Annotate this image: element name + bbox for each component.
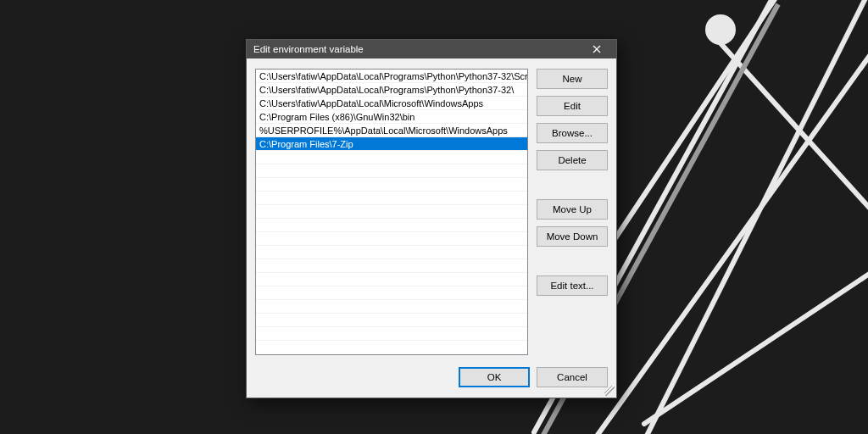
ok-button[interactable]: OK xyxy=(459,367,530,387)
list-item xyxy=(256,246,527,259)
edit-env-var-dialog: Edit environment variable C:\Users\fatiw… xyxy=(246,39,617,398)
new-button[interactable]: New xyxy=(537,69,608,89)
cancel-button[interactable]: Cancel xyxy=(537,367,608,387)
list-item xyxy=(256,219,527,232)
resize-grip-icon[interactable] xyxy=(604,386,615,396)
move-up-button[interactable]: Move Up xyxy=(537,199,608,220)
path-listbox[interactable]: C:\Users\fatiw\AppData\Local\Programs\Py… xyxy=(255,69,528,355)
titlebar[interactable]: Edit environment variable xyxy=(247,40,616,58)
window-title: Edit environment variable xyxy=(252,44,364,54)
list-item xyxy=(256,192,527,205)
list-item xyxy=(256,300,527,314)
list-item xyxy=(256,232,527,246)
list-item[interactable]: C:\Users\fatiw\AppData\Local\Microsoft\W… xyxy=(256,97,527,110)
browse-button[interactable]: Browse... xyxy=(537,123,608,143)
svg-line-1 xyxy=(593,51,868,434)
edit-text-button[interactable]: Edit text... xyxy=(537,275,608,296)
list-item xyxy=(256,327,527,341)
list-item xyxy=(256,259,527,273)
list-item xyxy=(256,178,527,192)
dialog-footer: OK Cancel xyxy=(247,364,616,398)
list-item[interactable]: C:\Users\fatiw\AppData\Local\Programs\Py… xyxy=(256,83,527,97)
list-item xyxy=(256,314,527,327)
list-item xyxy=(256,287,527,300)
list-item xyxy=(256,273,527,287)
dialog-body: C:\Users\fatiw\AppData\Local\Programs\Py… xyxy=(247,58,616,364)
list-item xyxy=(256,151,527,164)
list-item[interactable]: C:\Program Files (x86)\GnuWin32\bin xyxy=(256,110,527,124)
list-item[interactable]: %USERPROFILE%\AppData\Local\Microsoft\Wi… xyxy=(256,124,527,137)
svg-line-5 xyxy=(644,0,868,434)
list-item[interactable]: C:\Users\fatiw\AppData\Local\Programs\Py… xyxy=(256,70,527,83)
side-buttons: New Edit Browse... Delete Move Up Move D… xyxy=(537,69,608,355)
svg-line-2 xyxy=(644,271,868,424)
list-item[interactable]: C:\Program Files\7-Zip xyxy=(256,137,527,151)
list-item xyxy=(256,164,527,178)
list-item xyxy=(256,205,527,219)
move-down-button[interactable]: Move Down xyxy=(537,226,608,247)
delete-button[interactable]: Delete xyxy=(537,150,608,170)
edit-button[interactable]: Edit xyxy=(537,96,608,116)
close-button[interactable] xyxy=(582,42,611,57)
svg-point-6 xyxy=(705,14,736,45)
